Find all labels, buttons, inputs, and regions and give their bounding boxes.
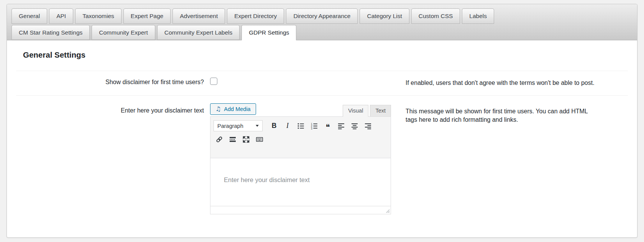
tab-labels[interactable]: Labels xyxy=(462,8,494,24)
editor-box: Paragraph B I xyxy=(210,116,391,214)
text-mode-tab[interactable]: Text xyxy=(370,105,391,116)
toolbar-row-1: Paragraph B I xyxy=(214,120,388,131)
editor-toolbar: Paragraph B I xyxy=(210,117,391,158)
blockquote-button[interactable]: ❝ xyxy=(322,121,334,131)
bulleted-list-button[interactable] xyxy=(295,121,307,131)
editor-placeholder: Enter here your disclaimer text xyxy=(210,158,391,184)
section-heading: General Settings xyxy=(23,50,628,60)
align-center-button[interactable] xyxy=(349,121,360,131)
show-disclaimer-help: If enabled, users that don't agree with … xyxy=(402,78,596,87)
show-disclaimer-control xyxy=(210,78,396,87)
add-media-label: Add Media xyxy=(224,106,250,112)
numbered-list-button[interactable]: 1 2 3 xyxy=(309,121,320,131)
svg-text:3: 3 xyxy=(311,127,312,130)
align-center-icon xyxy=(351,122,358,130)
paragraph-dropdown[interactable]: Paragraph xyxy=(214,120,263,131)
disclaimer-text-help: This message will be shown for first tim… xyxy=(402,103,596,214)
align-right-button[interactable] xyxy=(362,121,374,131)
fullscreen-icon xyxy=(242,136,250,143)
align-left-icon xyxy=(337,122,345,130)
tab-custom-css[interactable]: Custom CSS xyxy=(411,8,460,24)
chevron-down-icon xyxy=(256,125,259,127)
tab-directory-appearance[interactable]: Directory Appearance xyxy=(286,8,358,24)
tab-expert-directory[interactable]: Expert Directory xyxy=(227,8,284,24)
tab-category-list[interactable]: Category List xyxy=(360,8,409,24)
show-disclaimer-checkbox[interactable] xyxy=(210,78,217,85)
bold-button[interactable]: B xyxy=(268,121,280,131)
insert-link-button[interactable] xyxy=(214,134,225,145)
insert-more-tag-button[interactable] xyxy=(227,134,238,145)
numbered-list-icon: 1 2 3 xyxy=(310,122,318,130)
editor-status-bar xyxy=(210,206,391,214)
toolbar-toggle-icon xyxy=(256,136,263,143)
tab-general[interactable]: General xyxy=(12,8,47,24)
setting-row-show-disclaimer: Show disclaimer for first time users? If… xyxy=(16,71,628,95)
italic-button[interactable]: I xyxy=(282,121,293,131)
tab-advertisement[interactable]: Advertisement xyxy=(172,8,225,24)
toolbar-toggle-button[interactable] xyxy=(254,134,265,145)
tab-api[interactable]: API xyxy=(49,8,73,24)
toolbar-row-2 xyxy=(214,134,388,145)
add-media-icon: ♫ xyxy=(215,106,221,112)
settings-panel: General API Taxonomies Expert Page Adver… xyxy=(7,4,637,238)
align-left-button[interactable] xyxy=(335,121,347,131)
bulleted-list-icon xyxy=(297,122,305,130)
disclaimer-editor: ♫ Add Media Visual Text Paragraph xyxy=(210,103,391,214)
add-media-button[interactable]: ♫ Add Media xyxy=(210,103,256,115)
tab-cm-star-rating-settings[interactable]: CM Star Rating Settings xyxy=(12,25,90,40)
settings-tab-bar: General API Taxonomies Expert Page Adver… xyxy=(7,4,637,40)
editor-content-area[interactable]: Enter here your disclaimer text xyxy=(210,158,391,206)
disclaimer-text-label: Enter here your disclaimer text xyxy=(16,103,204,214)
tab-row-2: CM Star Rating Settings Community Expert… xyxy=(12,25,632,40)
paragraph-dropdown-label: Paragraph xyxy=(217,123,243,129)
disclaimer-text-control: ♫ Add Media Visual Text Paragraph xyxy=(210,103,396,214)
tab-gdpr-settings[interactable]: GDPR Settings xyxy=(242,25,296,41)
tab-panel-gdpr-settings: General Settings Show disclaimer for fir… xyxy=(7,40,637,237)
tab-community-expert-labels[interactable]: Community Expert Labels xyxy=(157,25,240,40)
tab-row-1: General API Taxonomies Expert Page Adver… xyxy=(12,8,632,24)
fullscreen-button[interactable] xyxy=(240,134,252,145)
editor-mode-tabs: Visual Text xyxy=(341,105,391,116)
align-right-icon xyxy=(364,122,372,130)
resize-grip-icon[interactable] xyxy=(385,208,390,213)
insert-link-icon xyxy=(215,136,223,143)
tab-community-expert[interactable]: Community Expert xyxy=(92,25,155,40)
tab-expert-page[interactable]: Expert Page xyxy=(123,8,171,24)
tab-taxonomies[interactable]: Taxonomies xyxy=(75,8,122,24)
editor-tools: ♫ Add Media Visual Text xyxy=(210,103,391,116)
insert-more-tag-icon xyxy=(229,136,237,143)
show-disclaimer-label: Show disclaimer for first time users? xyxy=(16,78,204,87)
visual-mode-tab[interactable]: Visual xyxy=(343,105,368,117)
setting-row-disclaimer-text: Enter here your disclaimer text ♫ Add Me… xyxy=(16,95,628,226)
